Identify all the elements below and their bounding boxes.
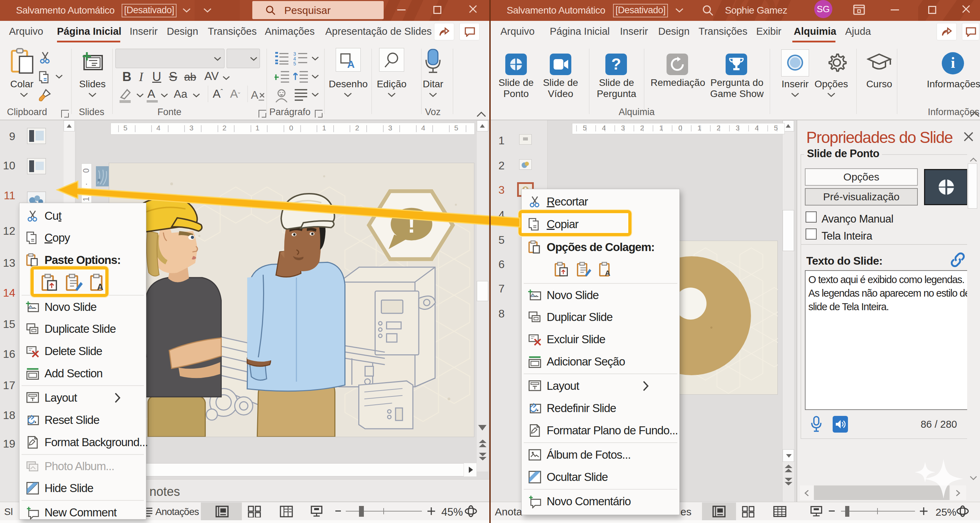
svg-text:A: A [347, 58, 355, 69]
svg-text:!: ! [407, 211, 415, 238]
svg-text:5: 5 [293, 61, 296, 65]
svg-text:A: A [605, 269, 610, 277]
